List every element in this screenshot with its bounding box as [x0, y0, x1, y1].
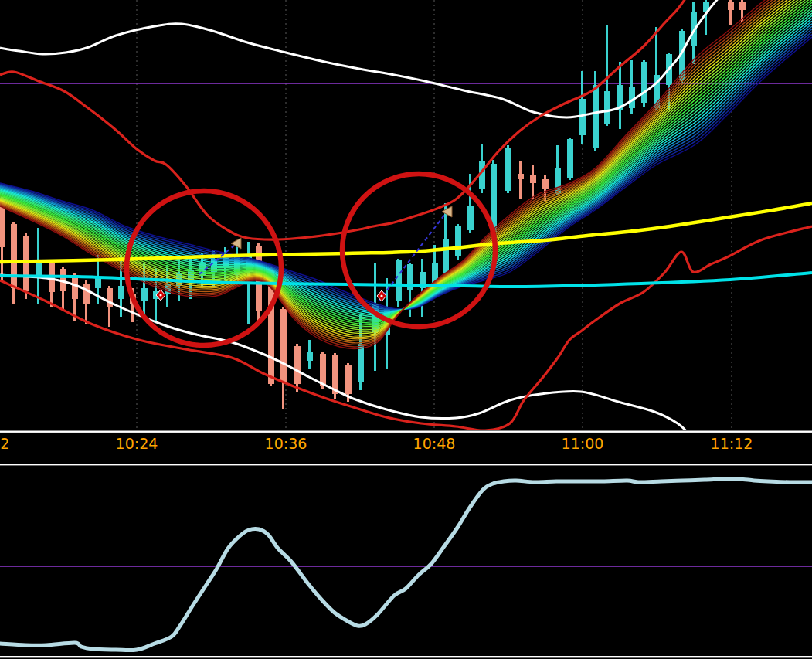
candle-body: [358, 344, 364, 382]
candle-body: [728, 2, 734, 10]
panel-separator-line: [0, 431, 812, 433]
candle-body: [641, 62, 647, 103]
candle-body: [604, 91, 610, 124]
candle-body: [307, 352, 313, 361]
candle-body: [505, 148, 511, 191]
time-axis-label: 10:24: [116, 435, 158, 452]
chart-background: [0, 0, 812, 659]
candle-body: [530, 175, 536, 183]
candle-body: [345, 365, 352, 394]
time-axis-label: 10:36: [265, 435, 307, 452]
candle-body: [443, 239, 449, 273]
candle-body: [396, 260, 402, 301]
candle-body: [11, 224, 17, 288]
candle-body: [739, 2, 746, 10]
chart-window: 10:1210:2410:3610:4811:0011:12: [0, 0, 812, 659]
panel-separator-line: [0, 656, 812, 657]
candle-body: [579, 99, 586, 135]
candle-body: [455, 226, 461, 256]
time-axis-label: 11:12: [711, 435, 753, 452]
candle-body: [294, 346, 301, 384]
candle-body: [542, 179, 549, 189]
candle-body: [567, 139, 573, 178]
candle-body: [518, 174, 524, 179]
time-axis-label: 10:12: [0, 435, 9, 452]
candle-body: [467, 206, 474, 230]
main-chart-svg[interactable]: 10:1210:2410:3610:4811:0011:12: [0, 0, 812, 659]
candle-body: [95, 278, 101, 288]
candle-body: [72, 277, 78, 299]
time-axis-label: 11:00: [562, 435, 604, 452]
panel-separator-line: [0, 464, 812, 465]
candle-body: [593, 85, 599, 148]
diamond-marker-center: [380, 294, 382, 297]
candle-body: [141, 288, 148, 301]
candle-body: [118, 286, 124, 299]
candle-body: [83, 284, 90, 304]
candle-body: [280, 309, 287, 382]
diamond-marker-center: [159, 294, 161, 296]
time-axis-label: 10:48: [413, 435, 456, 452]
candle-body: [320, 354, 326, 386]
candle-body: [23, 236, 29, 291]
candle-body: [107, 288, 113, 307]
